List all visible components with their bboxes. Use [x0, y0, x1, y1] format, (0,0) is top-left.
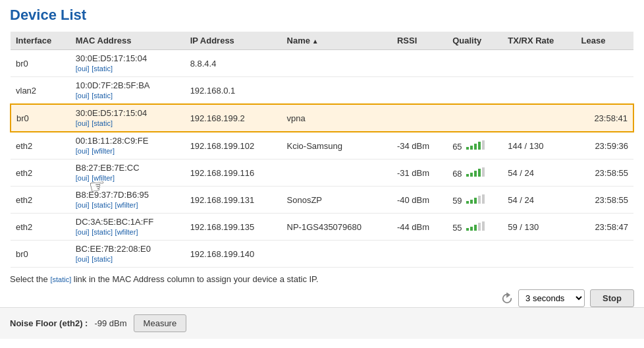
- noise-floor-label: Noise Floor (eth2) :: [10, 318, 88, 328]
- mac-link-oui[interactable]: [oui]: [76, 119, 90, 127]
- cell-quality: 59: [447, 187, 502, 214]
- mac-link-oui[interactable]: [oui]: [76, 174, 90, 182]
- col-rssi: RSSI: [392, 32, 447, 50]
- cell-interface: vlan2: [11, 77, 70, 105]
- cell-rssi: -31 dBm: [392, 160, 447, 187]
- cell-lease: 23:58:55: [576, 160, 633, 187]
- cell-rssi: -34 dBm: [392, 132, 447, 160]
- cell-txrx: [502, 77, 576, 105]
- cell-ip: 192.168.199.140: [185, 241, 282, 268]
- col-lease: Lease: [576, 32, 633, 50]
- mac-link-static[interactable]: [static]: [92, 119, 113, 127]
- cell-rssi: [392, 77, 447, 105]
- cell-quality: [447, 50, 502, 77]
- cell-ip: 192.168.0.1: [185, 77, 282, 105]
- cell-interface: br0: [11, 104, 70, 132]
- mac-link-wfilter[interactable]: [wfilter]: [115, 228, 138, 236]
- mac-link-static[interactable]: [static]: [92, 65, 113, 72]
- cell-interface: br0: [11, 241, 70, 268]
- table-row: eth2B8:27:EB:7E:CC[oui] [wfilter]192.168…: [11, 160, 633, 187]
- mac-link-wfilter[interactable]: [wfilter]: [92, 174, 115, 182]
- cell-ip: 192.168.199.2: [185, 104, 282, 132]
- cell-rssi: [392, 50, 447, 77]
- cell-rssi: [392, 104, 447, 132]
- mac-link-oui[interactable]: [oui]: [76, 228, 90, 236]
- refresh-interval-select[interactable]: 1 second3 seconds5 seconds10 seconds: [518, 289, 585, 307]
- cell-name: vpna: [282, 104, 392, 132]
- mac-link-oui[interactable]: [oui]: [76, 255, 90, 263]
- cell-lease: 23:58:41: [576, 104, 633, 132]
- page-title: Device List: [10, 7, 634, 24]
- col-quality: Quality: [447, 32, 502, 50]
- cell-quality: 55: [447, 214, 502, 241]
- table-header-row: Interface MAC Address IP Address Name RS…: [11, 32, 633, 50]
- table-row: vlan210:0D:7F:2B:5F:BA[oui] [static]192.…: [11, 77, 633, 105]
- table-row: eth2B8:E9:37:7D:B6:95[oui] [static] [wfi…: [11, 187, 633, 214]
- table-row: br030:0E:D5:17:15:04[oui] [static]192.16…: [11, 104, 633, 132]
- signal-bars-icon: [466, 167, 485, 177]
- mac-link-wfilter[interactable]: [wfilter]: [115, 201, 138, 209]
- cell-interface: eth2: [11, 160, 70, 187]
- cell-mac: 30:0E:D5:17:15:04[oui] [static]: [70, 50, 185, 77]
- mac-link-oui[interactable]: [oui]: [76, 147, 90, 155]
- col-txrx: TX/RX Rate: [502, 32, 576, 50]
- table-row: br030:0E:D5:17:15:04[oui] [static]8.8.4.…: [11, 50, 633, 77]
- mac-link-static[interactable]: [static]: [92, 255, 113, 263]
- static-link[interactable]: [static]: [50, 276, 71, 283]
- mac-link-static[interactable]: [static]: [92, 228, 113, 236]
- cell-mac: BC:EE:7B:22:08:E0[oui] [static]: [70, 241, 185, 268]
- col-interface: Interface: [11, 32, 70, 50]
- cell-interface: eth2: [11, 214, 70, 241]
- cell-name: [282, 241, 392, 268]
- cell-lease: 23:58:47: [576, 214, 633, 241]
- cell-txrx: 54 / 24: [502, 160, 576, 187]
- table-row: br0BC:EE:7B:22:08:E0[oui] [static]192.16…: [11, 241, 633, 268]
- cell-lease: 23:58:55: [576, 187, 633, 214]
- cell-interface: eth2: [11, 187, 70, 214]
- device-table: Interface MAC Address IP Address Name RS…: [10, 32, 634, 268]
- cell-ip: 192.168.199.135: [185, 214, 282, 241]
- cell-txrx: [502, 241, 576, 268]
- mac-link-oui[interactable]: [oui]: [76, 201, 90, 209]
- cell-ip: 192.168.199.102: [185, 132, 282, 160]
- cell-lease: [576, 241, 633, 268]
- col-ip: IP Address: [185, 32, 282, 50]
- cell-ip: 192.168.199.116: [185, 160, 282, 187]
- bottom-controls: 1 second3 seconds5 seconds10 seconds Sto…: [10, 289, 634, 307]
- stop-button[interactable]: Stop: [590, 289, 634, 307]
- cell-name: SonosZP: [282, 187, 392, 214]
- measure-button[interactable]: Measure: [134, 314, 187, 332]
- cell-name: [282, 50, 392, 77]
- mac-link-wfilter[interactable]: [wfilter]: [92, 147, 115, 155]
- cell-interface: eth2: [11, 132, 70, 160]
- cell-txrx: 144 / 130: [502, 132, 576, 160]
- signal-bars-icon: [466, 194, 485, 204]
- cell-quality: [447, 241, 502, 268]
- cell-quality: 65: [447, 132, 502, 160]
- table-row: eth200:1B:11:28:C9:FE[oui] [wfilter]192.…: [11, 132, 633, 160]
- cell-ip: 192.168.199.131: [185, 187, 282, 214]
- cell-txrx: 59 / 130: [502, 214, 576, 241]
- cell-name: NP-1GS435079680: [282, 214, 392, 241]
- mac-link-oui[interactable]: [oui]: [76, 92, 90, 100]
- col-mac: MAC Address: [70, 32, 185, 50]
- cell-lease: [576, 50, 633, 77]
- main-container: Device List Interface MAC Address IP Add…: [0, 0, 644, 348]
- col-name: Name: [282, 32, 392, 50]
- cell-lease: [576, 77, 633, 105]
- footer-text: Select the [static] link in the MAC Addr…: [10, 274, 634, 284]
- signal-bars-icon: [466, 221, 485, 231]
- mac-link-static[interactable]: [static]: [92, 201, 113, 209]
- cell-name: [282, 160, 392, 187]
- cell-quality: [447, 104, 502, 132]
- noise-floor-section: Noise Floor (eth2) : -99 dBm Measure: [0, 307, 644, 339]
- cell-ip: 8.8.4.4: [185, 50, 282, 77]
- table-row: eth2DC:3A:5E:BC:1A:FF[oui] [static] [wfi…: [11, 214, 633, 241]
- cell-quality: [447, 77, 502, 105]
- mac-link-oui[interactable]: [oui]: [76, 65, 90, 72]
- cell-name: [282, 77, 392, 105]
- cell-txrx: 54 / 24: [502, 187, 576, 214]
- mac-link-static[interactable]: [static]: [92, 92, 113, 100]
- cell-mac: DC:3A:5E:BC:1A:FF[oui] [static] [wfilter…: [70, 214, 185, 241]
- cell-lease: 23:59:36: [576, 132, 633, 160]
